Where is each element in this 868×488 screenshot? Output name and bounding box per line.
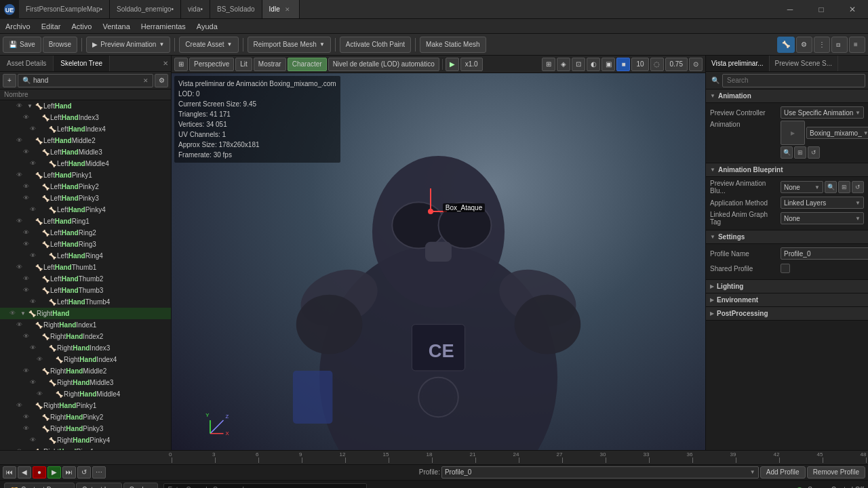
tab-vista-preliminar[interactable]: Vista preliminar... xyxy=(706,56,770,71)
tree-item-2[interactable]: 👁🦴LeftHandIndex3 xyxy=(0,112,171,123)
menu-herramientas[interactable]: Herramientas xyxy=(136,19,191,33)
eye-icon[interactable]: 👁 xyxy=(30,160,38,168)
eye-icon[interactable]: 👁 xyxy=(23,367,31,375)
record-button[interactable]: ● xyxy=(33,466,46,479)
tab-close-idle[interactable]: ✕ xyxy=(283,5,292,14)
reimport-button[interactable]: Reimport Base Mesh ▼ xyxy=(248,37,331,53)
vp-10-btn[interactable]: 10 xyxy=(631,58,648,71)
vp-icon1[interactable]: ◈ xyxy=(557,58,570,71)
eye-icon[interactable]: 👁 xyxy=(23,148,31,157)
eye-icon[interactable]: 👁 xyxy=(30,206,38,214)
tree-item-24[interactable]: 👁🦴RightHandMiddle2 xyxy=(0,365,171,377)
tab-bs-soldado[interactable]: BS_Soldado xyxy=(210,0,262,18)
tree-item-29[interactable]: 👁🦴RightHandPinky3 xyxy=(0,423,171,434)
anim-blu-find-btn[interactable]: 🔍 xyxy=(825,181,837,193)
filter-button[interactable]: ⚙ xyxy=(155,74,168,87)
tree-arrow[interactable] xyxy=(39,298,47,306)
tree-arrow[interactable] xyxy=(33,367,41,375)
tab-skeleton-tree[interactable]: Skeleton Tree xyxy=(54,56,110,71)
settings-button[interactable]: ⚙ xyxy=(796,37,812,53)
tree-item-5[interactable]: 👁🦴LeftHandMiddle3 xyxy=(0,146,171,158)
search-input[interactable] xyxy=(33,77,140,84)
tree-item-13[interactable]: 👁🦴LeftHandRing3 xyxy=(0,239,171,250)
eye-icon[interactable]: 👁 xyxy=(23,333,31,341)
save-button[interactable]: 💾 Save xyxy=(3,37,41,53)
tab-asset-details[interactable]: Asset Details xyxy=(0,56,54,71)
add-bone-button[interactable]: + xyxy=(3,74,16,87)
tree-item-12[interactable]: 👁🦴LeftHandRing2 xyxy=(0,227,171,239)
anim-blu-browse-btn[interactable]: ⊞ xyxy=(838,181,850,193)
console-input[interactable] xyxy=(163,483,367,489)
add-profile-button[interactable]: Add Profile xyxy=(760,466,806,479)
tree-item-6[interactable]: 👁🦴LeftHandMiddle4 xyxy=(0,158,171,169)
menu-archivo[interactable]: Archivo xyxy=(0,19,36,33)
tree-item-9[interactable]: 👁🦴LeftHandPinky3 xyxy=(0,192,171,204)
anim-reset-btn[interactable]: ↺ xyxy=(808,146,820,159)
section-environment[interactable]: ▶ Environment xyxy=(706,293,868,307)
tree-arrow[interactable] xyxy=(26,321,34,329)
vp-075-btn[interactable]: 0.75 xyxy=(665,58,688,71)
tree-item-23[interactable]: 👁🦴RightHandIndex4 xyxy=(0,354,171,365)
menu-ayuda[interactable]: Ayuda xyxy=(191,19,223,33)
eye-icon[interactable]: 👁 xyxy=(23,195,31,203)
eye-icon[interactable]: 👁 xyxy=(23,114,31,122)
vp-icon4[interactable]: ▣ xyxy=(601,58,615,71)
eye-icon[interactable]: 👁 xyxy=(23,413,31,422)
tree-arrow[interactable] xyxy=(46,356,54,364)
mostrar-button[interactable]: Mostrar xyxy=(254,58,286,71)
profile-name-input[interactable] xyxy=(781,247,868,260)
perspective-button[interactable]: Perspective xyxy=(189,58,234,71)
tree-item-16[interactable]: 👁🦴LeftHandThumb2 xyxy=(0,273,171,285)
tree-item-30[interactable]: 👁🦴RightHandPinky4 xyxy=(0,434,171,446)
remove-profile-button[interactable]: Remove Profile xyxy=(807,466,865,479)
tree-arrow[interactable] xyxy=(33,425,41,433)
anim-browse-btn[interactable]: ⊞ xyxy=(794,146,806,159)
activate-cloth-button[interactable]: Activate Cloth Paint xyxy=(340,37,411,53)
tree-arrow[interactable] xyxy=(33,275,41,283)
tree-item-3[interactable]: 👁🦴LeftHandIndex4 xyxy=(0,123,171,135)
eye-icon[interactable]: 👁 xyxy=(16,448,24,451)
eye-icon[interactable]: 👁 xyxy=(23,275,31,283)
output-log-button[interactable]: Output Log xyxy=(76,483,121,489)
close-panel-button[interactable]: ✕ xyxy=(160,60,171,67)
eye-icon[interactable]: 👁 xyxy=(30,379,38,387)
tree-item-25[interactable]: 👁🦴RightHandMiddle3 xyxy=(0,377,171,388)
eye-icon[interactable]: 👁 xyxy=(23,287,31,295)
tree-item-1[interactable]: 👁▼🦴LeftHand xyxy=(0,100,171,112)
menu-activo[interactable]: Activo xyxy=(66,19,97,33)
eye-icon[interactable]: 👁 xyxy=(16,102,24,110)
tree-arrow[interactable] xyxy=(39,252,47,260)
lod-button[interactable]: Nivel de detalle (LOD) automático xyxy=(328,58,439,71)
rewind-start-button[interactable]: ⏮ xyxy=(3,466,16,479)
forward-button[interactable]: ⏭ xyxy=(62,466,76,479)
shared-profile-checkbox[interactable] xyxy=(781,264,790,273)
eye-icon[interactable]: 👁 xyxy=(30,436,38,445)
toolbar-icon4[interactable]: ⧈ xyxy=(831,37,848,53)
toolbar-icon5[interactable]: ≡ xyxy=(849,37,865,53)
tab-firstperson[interactable]: FirstPersonExampleMap• xyxy=(19,0,110,18)
tree-arrow[interactable] xyxy=(39,436,47,445)
create-asset-button[interactable]: Create Asset ▼ xyxy=(179,37,238,53)
tree-arrow[interactable] xyxy=(33,241,41,249)
cmd-button[interactable]: Cmd ▼ xyxy=(123,483,158,489)
eye-icon[interactable]: 👁 xyxy=(23,229,31,237)
tree-item-14[interactable]: 👁🦴LeftHandRing4 xyxy=(0,250,171,262)
tab-vida[interactable]: vida• xyxy=(181,0,210,18)
preview-anim-blu-select[interactable]: None ▼ xyxy=(781,181,823,193)
animation-select[interactable]: Boxing_mixamo_ ▼ xyxy=(806,127,868,139)
tree-arrow[interactable] xyxy=(39,379,47,387)
vp-grid-button[interactable]: ⊞ xyxy=(542,58,555,71)
eye-icon[interactable]: 👁 xyxy=(37,390,45,399)
tree-item-21[interactable]: 👁🦴RightHandIndex2 xyxy=(0,331,171,342)
minimize-button[interactable]: ─ xyxy=(774,0,806,19)
browse-button[interactable]: Browse xyxy=(43,37,77,53)
play-timeline-button[interactable]: ▶ xyxy=(47,466,61,479)
tree-item-19[interactable]: 👁▼🦴RightHand xyxy=(0,308,171,319)
anim-find-btn[interactable]: 🔍 xyxy=(781,146,793,159)
prev-frame-button[interactable]: ◀ xyxy=(18,466,31,479)
application-method-select[interactable]: Linked Layers ▼ xyxy=(781,197,864,209)
vp-blue-btn[interactable]: ■ xyxy=(616,58,630,71)
menu-timeline-button[interactable]: ⋯ xyxy=(92,466,106,479)
tree-item-10[interactable]: 👁🦴LeftHandPinky4 xyxy=(0,204,171,216)
tree-scroll[interactable]: 👁▼🦴LeftHand👁🦴LeftHandIndex3👁🦴LeftHandInd… xyxy=(0,100,171,450)
